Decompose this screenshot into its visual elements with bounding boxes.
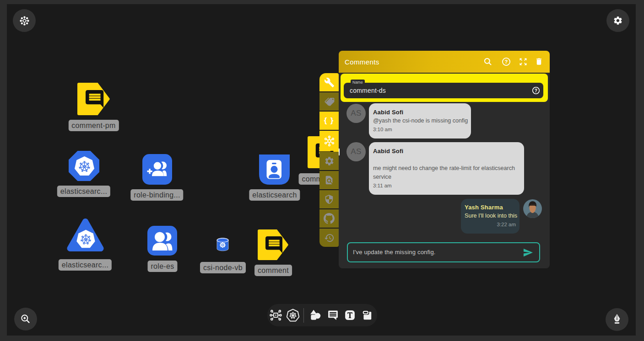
svg-text:?: ? bbox=[535, 88, 537, 93]
svg-text:?: ? bbox=[505, 59, 508, 64]
